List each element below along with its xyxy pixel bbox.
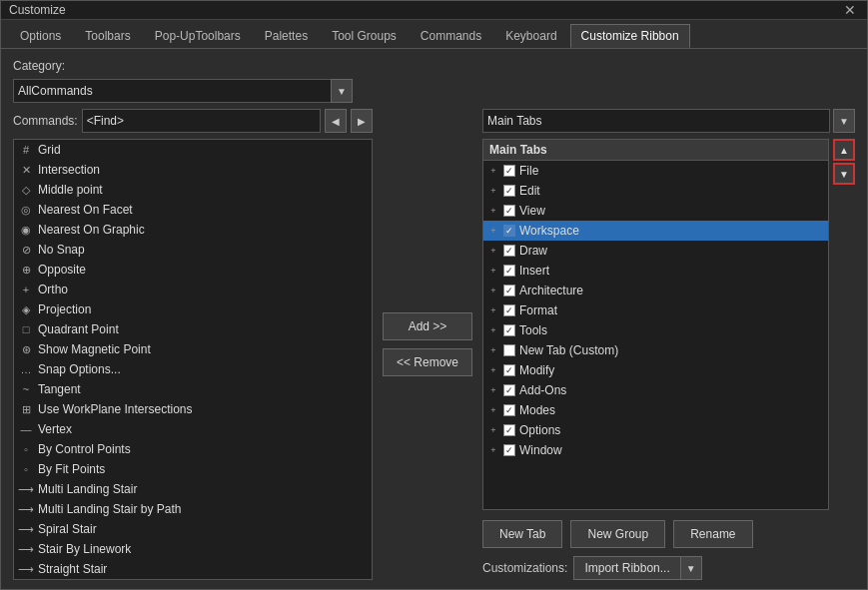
right-list-item-workspace[interactable]: + ✓ Workspace: [483, 221, 828, 241]
right-list-item[interactable]: + ✓ Tools: [483, 320, 828, 340]
checkbox-tools[interactable]: ✓: [503, 324, 515, 336]
rename-button[interactable]: Rename: [673, 520, 752, 548]
expand-insert-icon[interactable]: +: [487, 265, 499, 277]
expand-tools-icon[interactable]: +: [487, 324, 499, 336]
checkbox-modes[interactable]: ✓: [503, 404, 515, 416]
expand-modes-icon[interactable]: +: [487, 404, 499, 416]
list-item[interactable]: ⟶ Straight Stair: [14, 559, 372, 579]
prev-button[interactable]: ◀: [325, 109, 347, 133]
import-dropdown-arrow[interactable]: ▼: [680, 556, 702, 580]
tab-popuptoolbars[interactable]: Pop-UpToolbars: [144, 24, 252, 48]
down-button[interactable]: ▼: [833, 163, 855, 185]
next-button[interactable]: ▶: [351, 109, 373, 133]
right-list-item[interactable]: + ✓ Modes: [483, 400, 828, 420]
expand-draw-icon[interactable]: +: [487, 245, 499, 257]
right-list-item[interactable]: + ✓ Draw: [483, 241, 828, 261]
expand-window-icon[interactable]: +: [487, 444, 499, 456]
magnetic-icon: ⊛: [18, 341, 34, 357]
right-list-item[interactable]: + ✓ File: [483, 161, 828, 181]
tab-options[interactable]: Options: [9, 24, 72, 48]
list-item[interactable]: + Ortho: [14, 280, 372, 299]
title-close-button[interactable]: ✕: [841, 1, 859, 19]
expand-format-icon[interactable]: +: [487, 304, 499, 316]
checkbox-options[interactable]: ✓: [503, 424, 515, 436]
import-button[interactable]: Import Ribbon...: [573, 556, 679, 580]
list-item-label: Show Magnetic Point: [38, 342, 151, 356]
right-list-item[interactable]: + ✓ Insert: [483, 261, 828, 281]
expand-options-icon[interactable]: +: [487, 424, 499, 436]
expand-view-icon[interactable]: +: [487, 205, 499, 217]
checkbox-draw[interactable]: ✓: [503, 245, 515, 257]
checkbox-workspace[interactable]: ✓: [503, 225, 515, 237]
list-item[interactable]: ⊞ Use WorkPlane Intersections: [14, 399, 372, 419]
up-button[interactable]: ▲: [833, 139, 855, 161]
tab-commands[interactable]: Commands: [410, 24, 492, 48]
list-item[interactable]: ⊛ Show Magnetic Point: [14, 339, 372, 359]
add-button[interactable]: Add >>: [383, 312, 472, 340]
ribbon-list[interactable]: Main Tabs + ✓ File + ✓ Edit +: [482, 139, 829, 510]
tab-toolbars[interactable]: Toolbars: [74, 24, 141, 48]
right-list-item[interactable]: + ✓ Format: [483, 300, 828, 320]
ribbon-dropdown-arrow[interactable]: ▼: [833, 109, 855, 133]
list-item[interactable]: … Snap Options...: [14, 359, 372, 379]
expand-addons-icon[interactable]: +: [487, 384, 499, 396]
checkbox-addons[interactable]: ✓: [503, 384, 515, 396]
checkbox-file[interactable]: ✓: [503, 165, 515, 177]
find-input[interactable]: <Find>: [82, 109, 321, 133]
expand-workspace-icon[interactable]: +: [487, 225, 499, 237]
tab-keyboard[interactable]: Keyboard: [494, 24, 567, 48]
tab-palettes[interactable]: Palettes: [254, 24, 319, 48]
tab-customizeribbon[interactable]: Customize Ribbon: [570, 24, 690, 48]
commands-list[interactable]: # Grid ✕ Intersection ◇ Middle point ◎ N…: [13, 139, 373, 580]
list-item[interactable]: ◉ Nearest On Graphic: [14, 220, 372, 240]
list-item[interactable]: ◎ Nearest On Facet: [14, 200, 372, 220]
list-item[interactable]: ⟶ Stair By Linework: [14, 539, 372, 559]
list-item[interactable]: ◦ By Control Points: [14, 439, 372, 459]
list-item[interactable]: ✕ Intersection: [14, 160, 372, 180]
list-item[interactable]: ◈ Projection: [14, 299, 372, 319]
tab-toolgroups[interactable]: Tool Groups: [321, 24, 408, 48]
checkbox-modify[interactable]: ✓: [503, 364, 515, 376]
right-item-label: Add-Ons: [519, 383, 566, 397]
expand-newtab-icon[interactable]: +: [487, 344, 499, 356]
list-item[interactable]: ⟶ Spiral Stair: [14, 519, 372, 539]
list-item[interactable]: □ Quadrant Point: [14, 319, 372, 339]
list-item[interactable]: ⟶ Multi Landing Stair: [14, 479, 372, 499]
new-group-button[interactable]: New Group: [570, 520, 665, 548]
expand-edit-icon[interactable]: +: [487, 185, 499, 197]
expand-file-icon[interactable]: +: [487, 165, 499, 177]
category-dropdown-arrow[interactable]: ▼: [331, 79, 353, 103]
expand-modify-icon[interactable]: +: [487, 364, 499, 376]
list-item[interactable]: — Vertex: [14, 419, 372, 439]
list-item-label: Straight Stair: [38, 562, 107, 576]
checkbox-newtab[interactable]: [503, 344, 515, 356]
list-item[interactable]: # Grid: [14, 140, 372, 160]
list-item[interactable]: ◦ By Fit Points: [14, 459, 372, 479]
right-list-item[interactable]: + ✓ Add-Ons: [483, 380, 828, 400]
right-list-item[interactable]: + ✓ Edit: [483, 181, 828, 201]
checkbox-window[interactable]: ✓: [503, 444, 515, 456]
new-tab-button[interactable]: New Tab: [482, 520, 562, 548]
right-list-item[interactable]: + New Tab (Custom): [483, 340, 828, 360]
list-item[interactable]: ⊕ Opposite: [14, 260, 372, 280]
tab-bar: Options Toolbars Pop-UpToolbars Palettes…: [1, 20, 867, 49]
checkbox-format[interactable]: ✓: [503, 304, 515, 316]
ribbon-select[interactable]: Main Tabs: [482, 109, 830, 133]
right-list-item[interactable]: + ✓ Window: [483, 440, 828, 460]
list-item[interactable]: ◇ Middle point: [14, 180, 372, 200]
right-list-item[interactable]: + ✓ Architecture: [483, 281, 828, 300]
list-item[interactable]: ⟶ Multi Landing Stair by Path: [14, 499, 372, 519]
list-item[interactable]: ⊘ No Snap: [14, 240, 372, 260]
checkbox-view[interactable]: ✓: [503, 205, 515, 217]
checkbox-insert[interactable]: ✓: [503, 265, 515, 277]
list-item[interactable]: ~ Tangent: [14, 379, 372, 399]
right-list-item[interactable]: + ✓ Options: [483, 420, 828, 440]
category-select[interactable]: AllCommands: [13, 79, 332, 103]
list-item-label: Grid: [38, 143, 61, 157]
right-list-item[interactable]: + ✓ View: [483, 201, 828, 221]
checkbox-edit[interactable]: ✓: [503, 185, 515, 197]
expand-architecture-icon[interactable]: +: [487, 285, 499, 296]
checkbox-architecture[interactable]: ✓: [503, 285, 515, 296]
remove-button[interactable]: << Remove: [383, 348, 472, 376]
right-list-item[interactable]: + ✓ Modify: [483, 360, 828, 380]
